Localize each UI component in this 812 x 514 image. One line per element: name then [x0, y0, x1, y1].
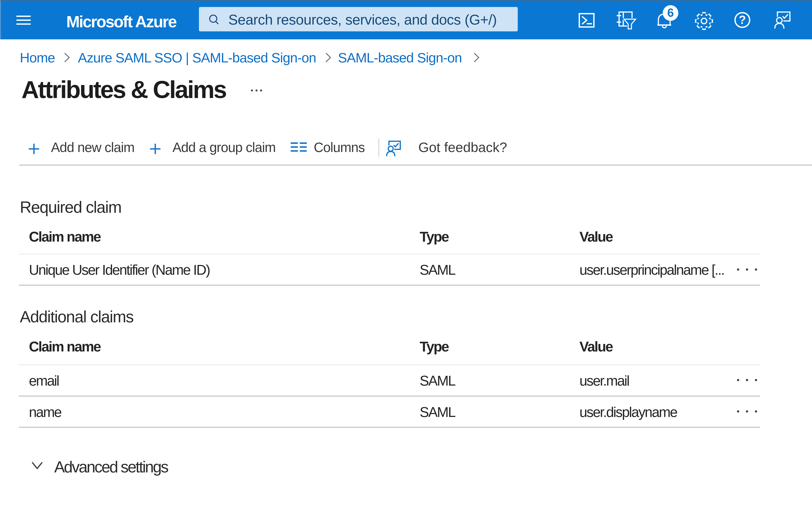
svg-text:?: ?	[739, 13, 746, 26]
